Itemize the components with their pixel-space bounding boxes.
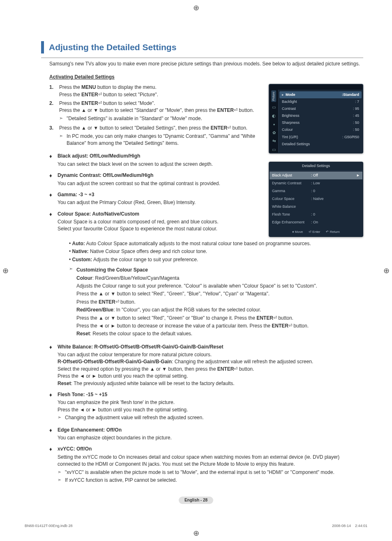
bullet-icon: ♦ [49, 427, 58, 442]
osd-sidebar: Picture ▭ ◐ ⬧ ✿ ⇆ ▭ [270, 90, 279, 153]
osd-detailed-settings: Detailed Settings Black Adjust: Off►Dyna… [269, 162, 363, 237]
bullet-icon: ♦ [49, 344, 58, 387]
enter-icon: ⏎ [234, 366, 238, 372]
feature-body: Select your favourite Colour Space to ex… [58, 225, 261, 232]
bullet-icon: ♦ [49, 391, 58, 423]
feature-title: Dynamic Contrast: Off/Low/Medium/High [58, 172, 261, 179]
osd2-row: Dynamic Contrast: Low [272, 179, 360, 187]
page-title: Adjusting the Detailed Settings [41, 41, 363, 53]
bullet-icon: ♦ [49, 446, 58, 485]
osd-row: Contrast: 95 [282, 105, 359, 112]
osd-row: Brightness: 45 [282, 112, 359, 119]
osd-row: Colour: 50 [282, 126, 359, 133]
feature-list: ♦ Black adjust: Off/Low/Medium/High You … [49, 153, 261, 233]
step-text: Press the MENU button to display the men… [59, 84, 157, 90]
page-number-badge: English - 28 [179, 497, 213, 504]
enter-icon: ⏎ [227, 125, 231, 131]
osd-hint-return: ↶ Return [326, 230, 339, 235]
note-icon: ➣ [58, 414, 65, 421]
step-number: 1. [49, 84, 59, 98]
osd-row: Sharpness: 50 [282, 119, 359, 126]
feature-body: You can adjust the Primary Colour (Red, … [58, 199, 261, 206]
osd2-row: Flesh Tone: 0 [272, 211, 360, 218]
osd-row: Backlight: 7 [282, 98, 359, 105]
doc-footer-right: 2008-08-14 2:44:01 [332, 523, 367, 529]
note-icon: ➣ [58, 469, 65, 476]
enter-icon: ⏎ [98, 91, 102, 98]
osd2-title: Detailed Settings [269, 162, 363, 171]
osd-icon: ✿ [272, 130, 276, 136]
registration-mark-left: ⊕ [2, 265, 9, 276]
step-number: 3. [49, 125, 59, 148]
enter-icon: ⏎ [115, 299, 119, 305]
osd-hint-move: ♦ Move [292, 230, 303, 235]
osd-icon: ⬧ [273, 121, 275, 128]
feature-list-continued: ♦ White Balance: R-Offset/G-Offset/B-Off… [49, 344, 363, 485]
step-text: Press the ▲ or ▼ button to select "Stand… [59, 107, 254, 113]
feature-title: Flesh Tone: -15 ~ +15 [58, 391, 363, 398]
colour-space-options: • Auto: Auto Colour Space automatically … [69, 240, 363, 263]
feature-body: You can adjust the screen contrast so th… [58, 180, 261, 187]
step-text: Press the ENTER ⏎ button to select "Mode… [59, 100, 155, 106]
osd2-row: Gamma: 0 [272, 187, 360, 195]
steps-list: 1. Press the MENU button to display the … [49, 84, 261, 148]
bullet-icon: ♦ [49, 172, 58, 187]
feature-body: Colour Space is a colour matrix composed… [58, 218, 261, 225]
osd-row-mode: ▸ Mode :Standard [279, 91, 362, 98]
feature-title: Colour Space: Auto/Native/Custom [58, 211, 261, 218]
feature-title: Gamma: -3 ~ +3 [58, 191, 261, 198]
osd-row: Tint (G/R): G50/R50 [282, 134, 359, 141]
step-text: Press the ENTER ⏎ button to select "Pict… [59, 92, 158, 98]
feature-title: White Balance: R-Offset/G-Offset/B-Offse… [58, 344, 363, 351]
note-text: "Detailed Settings" is available in "Sta… [67, 115, 261, 122]
osd-row: Detailed Settings [282, 141, 359, 148]
osd-icon: ⇆ [272, 138, 276, 144]
feature-body: You can select the black level on the sc… [58, 161, 261, 168]
note-icon: ➣ [58, 477, 65, 484]
osd2-row: Edge Enhancement: On [272, 218, 360, 226]
osd2-row: Black Adjust: Off► [270, 172, 362, 179]
osd2-footer: ♦ Move ⏎ Enter ↶ Return [269, 228, 363, 237]
doc-footer-left: BN68-01412T-00Eng.indb 28 [25, 523, 73, 529]
step-text: Press the ▲ or ▼ button to select "Detai… [59, 125, 247, 131]
subheading: Activating Detailed Settings [49, 74, 363, 81]
enter-icon: ⏎ [234, 107, 238, 114]
note-text: In PC mode, you can only make changes to… [67, 133, 261, 147]
note-icon: ➣ [59, 133, 67, 147]
customize-heading: Customizing the Colour Space [76, 267, 148, 273]
feature-title: Black adjust: Off/Low/Medium/High [58, 153, 261, 160]
enter-icon: ⏎ [288, 323, 292, 329]
feature-title: Edge Enhancement: Off/On [58, 427, 363, 434]
osd-icon: ▭ [272, 104, 276, 111]
osd-icon: ▭ [272, 147, 276, 153]
enter-icon: ⏎ [273, 315, 277, 321]
bullet-icon: ♦ [49, 211, 58, 233]
note-icon: ➣ [59, 115, 67, 122]
osd2-row: Colour Space: Native [272, 195, 360, 203]
registration-mark-top: ⊕ [193, 2, 199, 13]
osd2-row: White Balance [272, 203, 360, 211]
bullet-icon: ♦ [49, 153, 58, 168]
osd-hint-enter: ⏎ Enter [309, 230, 320, 235]
step-number: 2. [49, 100, 59, 123]
osd-tab-label: Picture [271, 91, 276, 102]
note-icon: ➣ [69, 266, 76, 339]
intro-text: Samsung's new TVs allow you to make even… [49, 60, 363, 67]
feature-title: xvYCC: Off/On [58, 446, 363, 453]
registration-mark-right: ⊕ [383, 265, 390, 276]
osd-picture-menu: Picture ▭ ◐ ⬧ ✿ ⇆ ▭ ▸ Mode :Standard [269, 84, 363, 153]
osd-icon: ◐ [272, 113, 276, 119]
registration-mark-bottom: ⊕ [193, 528, 199, 539]
bullet-icon: ♦ [49, 191, 58, 207]
enter-icon: ⏎ [98, 100, 102, 107]
